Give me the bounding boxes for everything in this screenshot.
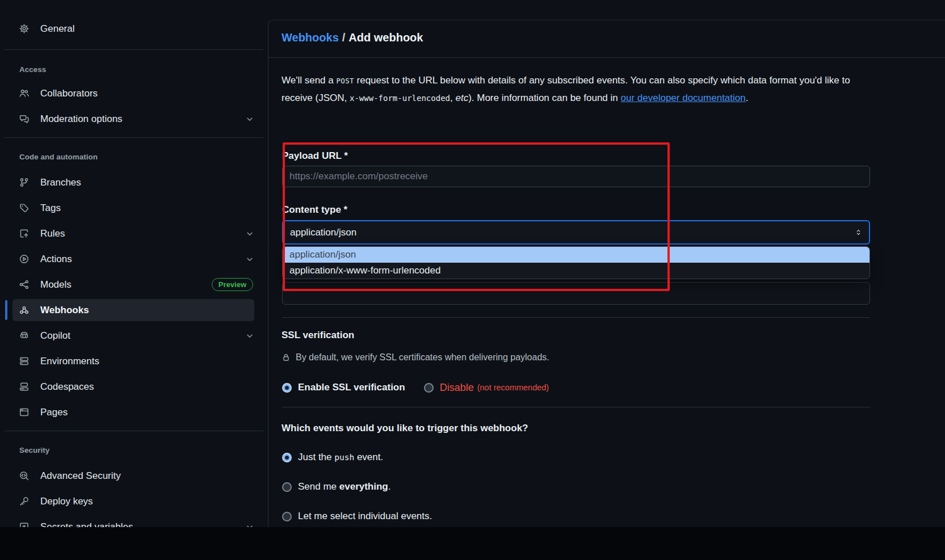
webhook-icon xyxy=(19,305,29,315)
sidebar-item-label: Actions xyxy=(40,254,72,265)
sidebar-section-title-access: Access xyxy=(0,58,268,81)
code-scan-icon xyxy=(19,471,29,481)
chevron-down-icon xyxy=(245,229,254,238)
event-option-label: Send me everything. xyxy=(298,481,390,492)
event-option-label: Let me select individual events. xyxy=(298,511,432,522)
sidebar-item-environments[interactable]: Environments xyxy=(0,348,268,374)
send-everything-radio[interactable] xyxy=(282,482,292,492)
disable-ssl-note: (not recommended) xyxy=(477,383,549,392)
content-type-label: Content type * xyxy=(282,204,347,216)
sidebar-item-label: Advanced Security xyxy=(40,470,121,482)
enable-ssl-label: Enable SSL verification xyxy=(298,382,405,393)
sidebar-item-copilot[interactable]: Copilot xyxy=(0,323,268,348)
individual-events-radio[interactable] xyxy=(282,512,292,521)
intro-text: . xyxy=(746,92,749,103)
just-push-radio[interactable] xyxy=(282,453,292,462)
sidebar-item-label: Tags xyxy=(40,203,61,214)
sidebar-item-deploy-keys[interactable]: Deploy keys xyxy=(0,489,268,514)
content-type-select[interactable]: application/json xyxy=(282,220,870,245)
sidebar-section-title-code: Code and automation xyxy=(0,144,268,170)
ssl-verification-heading: SSL verification xyxy=(282,330,354,341)
event-text: Send me xyxy=(298,481,339,492)
push-code-text: push xyxy=(334,453,354,462)
event-text: event. xyxy=(354,452,383,462)
people-icon xyxy=(19,89,29,98)
sidebar-item-rules[interactable]: Rules xyxy=(0,221,268,246)
breadcrumb: Webhooks/Add webhook xyxy=(282,30,423,45)
urlencoded-code-text: x-www-form-urlencoded xyxy=(350,94,450,103)
ssl-description-row: By default, we verify SSL certificates w… xyxy=(282,352,549,363)
chevron-down-icon xyxy=(245,255,254,264)
selected-item-indicator xyxy=(5,300,7,320)
secret-input[interactable] xyxy=(282,282,870,305)
content-type-dropdown: application/json application/x-www-form-… xyxy=(282,246,870,279)
models-icon xyxy=(19,280,29,289)
event-option-just-push: Just the push event. xyxy=(282,450,383,464)
select-arrows-icon xyxy=(855,228,862,237)
sidebar-item-webhooks[interactable]: Webhooks xyxy=(0,297,268,323)
codespaces-icon xyxy=(19,382,29,391)
sidebar-divider xyxy=(5,431,263,431)
sidebar-item-branches[interactable]: Branches xyxy=(0,170,268,195)
events-heading: Which events would you like to trigger t… xyxy=(282,423,528,434)
sidebar-item-label: Pages xyxy=(40,407,68,418)
browser-icon xyxy=(19,407,29,417)
etc-italic-text: etc xyxy=(455,92,468,103)
disable-ssl-radio[interactable] xyxy=(424,383,434,393)
event-text-bold: everything xyxy=(339,481,388,492)
copilot-icon xyxy=(19,331,29,340)
sidebar-item-advanced-security[interactable]: Advanced Security xyxy=(0,463,268,489)
sidebar-item-actions[interactable]: Actions xyxy=(0,246,268,272)
tag-icon xyxy=(19,203,29,213)
content-type-selected-value: application/json xyxy=(290,227,356,238)
sidebar-item-collaborators[interactable]: Collaborators xyxy=(0,81,268,106)
breadcrumb-webhooks-link[interactable]: Webhooks xyxy=(282,31,339,44)
sidebar-item-codespaces[interactable]: Codespaces xyxy=(0,374,268,399)
enable-ssl-radio[interactable] xyxy=(282,383,292,393)
header-divider xyxy=(268,57,945,58)
developer-documentation-link[interactable]: our developer documentation xyxy=(621,92,746,103)
section-divider xyxy=(282,407,870,407)
sidebar-divider xyxy=(5,49,263,50)
event-text: Just the xyxy=(298,452,334,462)
key-icon xyxy=(19,496,29,506)
disable-ssl-label: Disable xyxy=(440,382,474,394)
post-code-text: POST xyxy=(336,77,354,85)
ssl-description: By default, we verify SSL certificates w… xyxy=(296,352,549,363)
settings-sidebar: General Access Collaborators Moderation … xyxy=(0,0,268,527)
section-divider xyxy=(282,317,870,318)
event-option-label: Just the push event. xyxy=(298,452,383,463)
sidebar-item-label: General xyxy=(40,23,74,35)
event-text: . xyxy=(388,481,391,492)
intro-paragraph: We'll send a POST request to the URL bel… xyxy=(282,72,870,107)
select-option-x-www-form-urlencoded[interactable]: application/x-www-form-urlencoded xyxy=(283,263,870,279)
sidebar-item-label: Environments xyxy=(40,356,99,367)
sidebar-item-label: Webhooks xyxy=(40,305,89,316)
sidebar-item-label: Deploy keys xyxy=(40,496,93,507)
page-title: Add webhook xyxy=(348,31,423,44)
ssl-radio-group: Enable SSL verification Disable (not rec… xyxy=(282,381,549,394)
payload-url-label: Payload URL * xyxy=(282,150,348,162)
select-option-application-json[interactable]: application/json xyxy=(283,247,870,263)
lock-icon xyxy=(282,353,291,362)
server-icon xyxy=(19,356,29,366)
window-bottom-edge xyxy=(0,527,945,560)
chevron-down-icon xyxy=(245,115,254,124)
payload-url-input[interactable] xyxy=(282,166,870,187)
git-branch-icon xyxy=(19,178,29,187)
sidebar-divider xyxy=(5,137,263,138)
comment-discussion-icon xyxy=(19,114,29,124)
sidebar-item-pages[interactable]: Pages xyxy=(0,399,268,425)
sidebar-item-tags[interactable]: Tags xyxy=(0,195,268,221)
preview-badge: Preview xyxy=(212,278,253,292)
sidebar-item-label: Copilot xyxy=(40,330,70,342)
chevron-down-icon xyxy=(245,331,254,340)
rules-icon xyxy=(19,229,29,238)
sidebar-item-label: Codespaces xyxy=(40,381,94,393)
breadcrumb-separator: / xyxy=(339,31,349,44)
sidebar-item-models[interactable]: Models Preview xyxy=(0,272,268,297)
sidebar-item-label: Models xyxy=(40,279,72,290)
intro-text: ). More information can be found in xyxy=(468,92,620,103)
sidebar-item-moderation-options[interactable]: Moderation options xyxy=(0,106,268,132)
sidebar-item-general[interactable]: General xyxy=(0,16,268,41)
